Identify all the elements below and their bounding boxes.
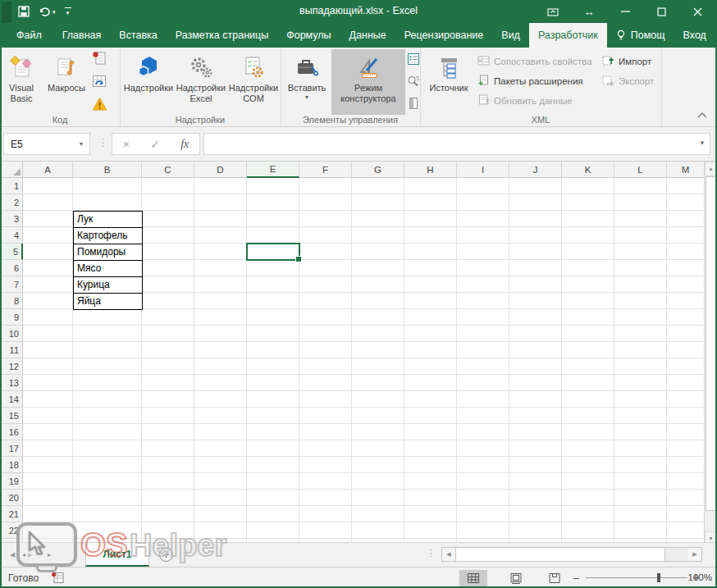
tab-sign-in[interactable]: Вход (674, 23, 715, 48)
vertical-scroll-thumb[interactable] (706, 176, 716, 511)
scroll-right-icon[interactable]: ▶ (688, 548, 701, 561)
minimize-button[interactable] (607, 0, 643, 23)
horizontal-scrollbar[interactable]: ◀ ▶ (441, 547, 702, 562)
column-header-A[interactable]: A (23, 162, 73, 178)
zoom-level[interactable]: 100% (688, 572, 712, 582)
com-addins-button[interactable]: Надстройки COM (228, 49, 279, 115)
row-header-8[interactable]: 8 (0, 293, 23, 309)
column-header-G[interactable]: G (352, 162, 404, 178)
tab-file[interactable]: Файл (5, 23, 53, 48)
properties-icon[interactable] (407, 52, 420, 69)
row-header-3[interactable]: 3 (0, 211, 23, 227)
column-header-H[interactable]: H (404, 162, 457, 178)
design-mode-button[interactable]: Режим конструктора (331, 49, 405, 115)
macro-security-icon[interactable] (92, 97, 107, 115)
sheet-grid[interactable]: ABCDEFGHIJKLM123456789101112131415161718… (0, 162, 704, 542)
vertical-scrollbar[interactable]: ▲ ▼ (704, 162, 717, 545)
macros-button[interactable]: Макросы (43, 49, 90, 115)
name-box[interactable]: E5 ▼ (3, 133, 90, 155)
column-header-F[interactable]: F (299, 162, 352, 178)
tab-insert[interactable]: Вставка (110, 23, 166, 48)
tab-review[interactable]: Рецензирование (395, 23, 493, 48)
select-all-corner[interactable] (0, 162, 23, 178)
column-header-L[interactable]: L (614, 162, 667, 178)
column-header-I[interactable]: I (457, 162, 509, 178)
column-header-C[interactable]: C (142, 162, 194, 178)
scroll-left-icon[interactable]: ◀ (442, 548, 455, 561)
row-header-9[interactable]: 9 (0, 309, 23, 326)
insert-controls-button[interactable]: Вставить ▼ (284, 49, 330, 115)
horizontal-scroll-thumb[interactable] (455, 548, 665, 561)
undo-dropdown-caret[interactable]: ▾ (53, 9, 56, 15)
cell-B4[interactable]: Картофель (74, 228, 142, 244)
name-box-caret[interactable]: ▼ (73, 141, 89, 147)
row-header-5[interactable]: 5 (0, 244, 23, 260)
zoom-slider-track[interactable] (586, 577, 687, 578)
tab-page-layout[interactable]: Разметка страницы (167, 23, 277, 48)
ribbon-display-options-icon[interactable] (535, 0, 571, 23)
cell-B5[interactable]: Помидоры (74, 244, 142, 261)
row-header-2[interactable]: 2 (0, 194, 23, 211)
import-item[interactable]: Импорт (602, 52, 651, 71)
row-header-11[interactable]: 11 (0, 342, 23, 358)
sheet-nav-right-icon[interactable]: ▶ (28, 551, 33, 558)
view-normal-button[interactable] (459, 570, 487, 586)
sheet-tab-list1[interactable]: Лист1 (85, 543, 149, 567)
column-header-D[interactable]: D (194, 162, 247, 178)
undo-button[interactable]: ▾ (39, 7, 56, 16)
cell-B8[interactable]: Яйца (74, 294, 142, 310)
column-header-B[interactable]: B (73, 162, 142, 178)
visual-basic-button[interactable]: Visual Basic (2, 49, 41, 115)
new-sheet-button[interactable]: + (159, 548, 173, 562)
view-code-icon[interactable] (407, 75, 420, 91)
record-macro-icon[interactable] (92, 51, 107, 69)
tab-home[interactable]: Главная (53, 23, 111, 48)
customize-qat-button[interactable]: ▾ (65, 7, 71, 16)
selected-cell-E5[interactable] (246, 243, 300, 261)
addins-button[interactable]: Надстройки (123, 49, 174, 115)
row-header-7[interactable]: 7 (0, 276, 23, 293)
tab-formulas[interactable]: Формулы (277, 23, 340, 48)
record-macro-status-icon[interactable] (51, 572, 64, 586)
cancel-icon[interactable]: × (123, 138, 130, 151)
view-page-layout-button[interactable] (502, 570, 530, 586)
row-header-4[interactable]: 4 (0, 227, 23, 244)
relative-references-icon[interactable] (92, 74, 107, 92)
row-header-12[interactable]: 12 (0, 358, 23, 375)
row-header-13[interactable]: 13 (0, 375, 23, 391)
column-header-M[interactable]: M (667, 162, 704, 178)
row-header-6[interactable]: 6 (0, 260, 23, 276)
data-range-B3-B8[interactable]: ЛукКартофельПомидорыМясоКурицаЯйца (73, 211, 143, 310)
formula-bar-expand-caret[interactable]: ▼ (699, 139, 706, 147)
row-header-20[interactable]: 20 (0, 490, 23, 506)
horizontal-scroll-track[interactable] (665, 548, 688, 561)
column-header-K[interactable]: K (562, 162, 614, 178)
view-page-break-button[interactable] (541, 570, 569, 586)
row-header-21[interactable]: 21 (0, 506, 23, 522)
cell-B3[interactable]: Лук (74, 212, 142, 228)
cell-B6[interactable]: Мясо (74, 261, 142, 277)
scroll-up-icon[interactable]: ▲ (705, 162, 717, 175)
expansion-packs-item[interactable]: Пакеты расширения (477, 72, 583, 90)
row-header-14[interactable]: 14 (0, 391, 23, 408)
row-header-1[interactable]: 1 (0, 178, 23, 194)
maximize-button[interactable] (643, 0, 679, 23)
zoom-out-button[interactable]: − (573, 572, 579, 585)
tab-view[interactable]: Вид (492, 23, 529, 48)
row-header-18[interactable]: 18 (0, 457, 23, 473)
formula-bar-handle[interactable]: ⋮ (98, 137, 108, 148)
row-header-16[interactable]: 16 (0, 424, 23, 440)
save-icon[interactable] (18, 6, 30, 17)
close-button[interactable] (679, 0, 715, 23)
tab-bar-splitter[interactable]: ⋮ (427, 548, 436, 558)
row-header-10[interactable]: 10 (0, 326, 23, 342)
row-header-22[interactable]: 22 (0, 522, 23, 539)
formula-input[interactable] (203, 133, 710, 155)
column-header-J[interactable]: J (509, 162, 562, 178)
insert-dropdown-caret[interactable]: ▼ (304, 94, 310, 100)
tab-data[interactable]: Данные (340, 23, 395, 48)
row-header-19[interactable]: 19 (0, 473, 23, 490)
run-dialog-icon[interactable] (407, 97, 420, 113)
resize-horizontal-icon[interactable]: ↔ (571, 0, 607, 23)
cell-B7[interactable]: Курица (74, 277, 142, 294)
